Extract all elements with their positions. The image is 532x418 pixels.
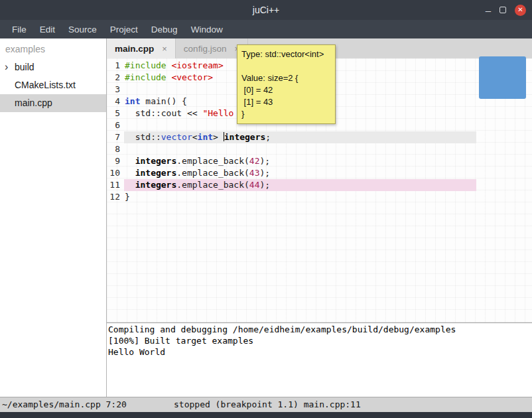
line-content: integers.emplace_back(44); <box>124 179 476 191</box>
line-number: 4 <box>107 96 124 107</box>
menu-item-project[interactable]: Project <box>103 25 145 35</box>
terminal-output[interactable]: Compiling and debugging /home/eidheim/ex… <box>107 322 532 397</box>
line-number: 8 <box>107 143 124 155</box>
code-token: int <box>125 96 140 106</box>
code-token: vector <box>161 132 192 142</box>
file-tree: ›buildCMakeLists.txtmain.cpp <box>0 58 106 112</box>
line-number: 3 <box>107 84 124 96</box>
status-file-location: ~/examples/main.cpp 7:20 <box>2 397 127 411</box>
code-token: ); <box>260 156 271 166</box>
code-token: int <box>198 132 213 142</box>
line-number: 2 <box>107 72 124 84</box>
close-icon[interactable]: ✕ <box>515 5 526 16</box>
tree-item-build[interactable]: ›build <box>0 58 106 76</box>
line-content <box>124 143 476 155</box>
menu-item-debug[interactable]: Debug <box>145 25 184 35</box>
tooltip-line: [0] = 42 <box>241 84 331 96</box>
line-number: 1 <box>107 60 124 72</box>
project-name: examples <box>0 38 106 58</box>
code-token: integers <box>135 180 177 190</box>
line-number: 5 <box>107 107 124 119</box>
line-content: } <box>124 191 476 203</box>
tree-item-label: main.cpp <box>15 98 52 108</box>
line-number: 12 <box>107 191 124 203</box>
restore-icon[interactable] <box>499 7 506 13</box>
tab-label: main.cpp <box>115 44 154 54</box>
code-token: <iostream> <box>171 60 223 70</box>
tree-item-cmakelists-txt[interactable]: CMakeLists.txt <box>0 76 106 94</box>
code-token: > <box>213 132 224 142</box>
line-number: 11 <box>107 179 124 191</box>
window-controls: – ✕ <box>486 0 526 20</box>
code-token: #include <box>125 72 166 82</box>
line-content: std::vector<int> integers; <box>124 131 476 143</box>
code-token: 43 <box>249 168 260 178</box>
code-line-12[interactable]: 12} <box>107 191 532 203</box>
line-content: integers.emplace_back(43); <box>124 167 476 179</box>
code-token <box>125 156 135 166</box>
code-token: .emplace_back( <box>176 180 249 190</box>
code-token: main() { <box>140 96 186 106</box>
code-line-10[interactable]: 10 integers.emplace_back(43); <box>107 167 532 179</box>
expander-icon[interactable]: › <box>5 58 8 76</box>
code-line-7[interactable]: 7 std::vector<int> integers; <box>107 131 532 143</box>
menu-item-window[interactable]: Window <box>184 25 230 35</box>
titlebar[interactable]: juCi++ – ✕ <box>0 0 532 20</box>
tree-item-label: build <box>15 62 34 72</box>
code-line-8[interactable]: 8 <box>107 143 532 155</box>
code-token: 42 <box>249 156 260 166</box>
code-line-11[interactable]: 11 integers.emplace_back(44); <box>107 179 532 191</box>
menu-item-source[interactable]: Source <box>62 25 103 35</box>
code-token: .emplace_back( <box>176 156 249 166</box>
line-number: 7 <box>107 131 124 143</box>
code-token: #include <box>125 60 166 70</box>
code-token: ; <box>265 132 271 142</box>
line-number: 10 <box>107 167 124 179</box>
code-token <box>125 180 135 190</box>
code-token: <vector> <box>171 72 213 82</box>
line-content: integers.emplace_back(42); <box>124 155 476 167</box>
statusbar: ~/examples/main.cpp 7:20 stopped (breakp… <box>0 397 532 412</box>
terminal-line: Hello World <box>108 346 532 358</box>
code-line-9[interactable]: 9 integers.emplace_back(42); <box>107 155 532 167</box>
tab-close-icon[interactable]: × <box>162 44 167 54</box>
tooltip-line: Type: std::vector<int> <box>241 48 331 60</box>
tree-item-label: CMakeLists.txt <box>15 80 76 90</box>
bottom-strip <box>0 412 532 418</box>
code-token <box>125 168 135 178</box>
tooltip-line <box>241 60 331 72</box>
terminal-line: [100%] Built target examples <box>108 335 532 346</box>
code-token: integers <box>135 156 177 166</box>
status-debug-state: stopped (breakpoint 1.1) main.cpp:11 <box>174 397 361 411</box>
menubar: FileEditSourceProjectDebugWindow <box>0 20 532 38</box>
code-token: std::cout << <box>125 108 202 118</box>
tooltip-line: } <box>241 108 331 120</box>
tooltip-line: Value: size=2 { <box>241 72 331 84</box>
menu-item-edit[interactable]: Edit <box>33 25 62 35</box>
code-token: .emplace_back( <box>176 168 249 178</box>
minimize-icon[interactable]: – <box>486 5 491 15</box>
tab-main-cpp[interactable]: main.cpp× <box>107 38 176 58</box>
menu-item-file[interactable]: File <box>5 25 33 35</box>
tab-label: config.json <box>184 44 227 54</box>
code-token: integers <box>135 168 177 178</box>
terminal-line: Compiling and debugging /home/eidheim/ex… <box>108 324 532 335</box>
code-token: ); <box>260 168 271 178</box>
code-token: 44 <box>249 180 260 190</box>
code-token: std:: <box>125 132 161 142</box>
tree-item-main-cpp[interactable]: main.cpp <box>0 94 106 112</box>
debug-tooltip: Type: std::vector<int> Value: size=2 { [… <box>237 44 336 124</box>
line-number: 9 <box>107 155 124 167</box>
code-token: } <box>125 192 130 202</box>
code-token: < <box>192 132 198 142</box>
sidebar: examples ›buildCMakeLists.txtmain.cpp <box>0 38 107 397</box>
code-token: integers <box>224 132 266 142</box>
tooltip-line: [1] = 43 <box>241 96 331 108</box>
code-token: ); <box>260 180 271 190</box>
window-title: juCi++ <box>253 5 279 15</box>
line-number: 6 <box>107 119 124 131</box>
scrollbar-overview-thumb[interactable] <box>479 56 526 99</box>
